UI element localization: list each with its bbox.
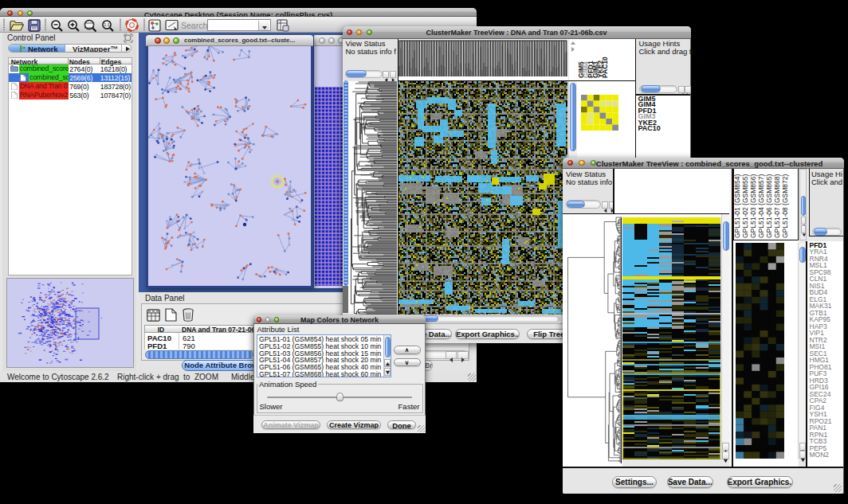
svg-text:1:1: 1:1 — [104, 22, 110, 27]
